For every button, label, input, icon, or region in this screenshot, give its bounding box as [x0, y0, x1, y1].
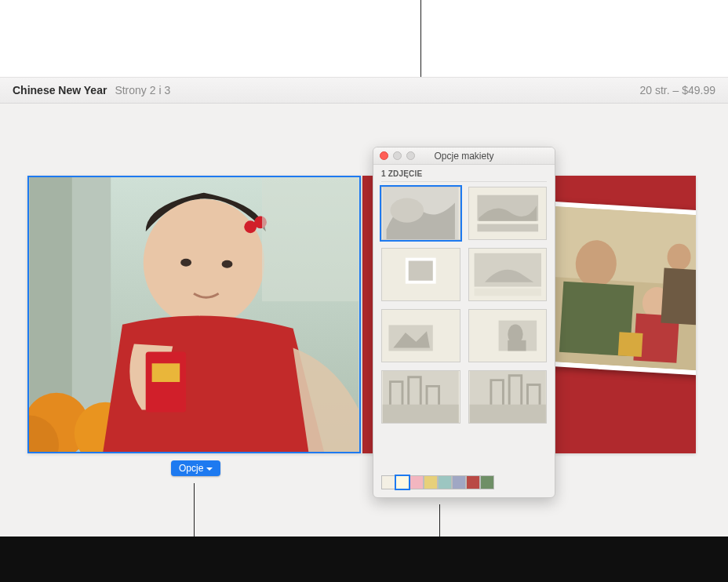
- toolbar: Chinese New Year Strony 2 i 3 20 str. – …: [0, 77, 728, 104]
- chevron-down-icon: [206, 467, 213, 471]
- background-color-swatches: [381, 475, 494, 489]
- svg-rect-34: [474, 288, 541, 296]
- page-indicator: Strony 2 i 3: [115, 84, 170, 96]
- svg-rect-42: [383, 405, 459, 423]
- svg-rect-44: [469, 405, 545, 423]
- svg-point-25: [390, 198, 424, 223]
- swatch-4[interactable]: [424, 475, 438, 489]
- layout-thumb-5[interactable]: [381, 309, 460, 362]
- selected-photo-page-left[interactable]: [27, 176, 361, 453]
- layout-options-panel: Opcje makiety 1 ZDJĘCIE: [373, 147, 555, 498]
- swatch-1[interactable]: [381, 475, 395, 489]
- svg-rect-22: [152, 363, 180, 382]
- svg-rect-21: [146, 351, 186, 412]
- layout-thumbnail-grid: [373, 187, 555, 424]
- svg-point-16: [144, 199, 264, 326]
- callout-line-bottom-right: [439, 504, 440, 537]
- swatch-6[interactable]: [452, 475, 466, 489]
- layout-thumb-7[interactable]: [381, 370, 460, 424]
- swatch-2[interactable]: [395, 475, 410, 489]
- callout-line-top: [420, 0, 421, 77]
- svg-rect-28: [477, 224, 538, 232]
- zoom-icon[interactable]: [406, 151, 415, 160]
- svg-point-20: [222, 260, 233, 268]
- swatch-7[interactable]: [466, 475, 480, 489]
- layout-thumb-3[interactable]: [381, 248, 460, 301]
- layout-thumb-8[interactable]: [468, 370, 548, 424]
- options-button-label: Opcje: [179, 463, 203, 474]
- minimize-icon[interactable]: [393, 151, 402, 160]
- price-label: 20 str. – $49.99: [639, 84, 715, 96]
- swatch-8[interactable]: [480, 475, 494, 489]
- layout-thumb-2[interactable]: [468, 187, 548, 240]
- window-controls: [380, 151, 415, 160]
- svg-rect-40: [508, 340, 526, 351]
- layout-thumb-4[interactable]: [468, 248, 548, 301]
- svg-point-19: [180, 259, 191, 267]
- photo-toddler: [29, 177, 359, 452]
- panel-section-label: 1 ZDJĘCIE: [373, 165, 555, 181]
- layout-thumb-1[interactable]: [381, 187, 460, 240]
- project-title: Chinese New Year: [13, 84, 107, 96]
- svg-rect-23: [262, 177, 359, 301]
- panel-titlebar[interactable]: Opcje makiety: [373, 147, 555, 165]
- panel-separator: [381, 181, 547, 182]
- svg-rect-9: [618, 332, 643, 357]
- callout-line-bottom-left: [194, 483, 195, 537]
- swatch-5[interactable]: [438, 475, 452, 489]
- bottom-strip: [0, 537, 728, 582]
- svg-rect-31: [409, 261, 433, 281]
- svg-rect-8: [661, 268, 696, 326]
- close-icon[interactable]: [380, 151, 388, 160]
- editor-workarea: Opcje Opcje makiety 1 ZDJĘCIE: [0, 104, 728, 537]
- options-button[interactable]: Opcje: [171, 460, 220, 476]
- swatch-3[interactable]: [410, 475, 424, 489]
- layout-thumb-6[interactable]: [468, 309, 548, 362]
